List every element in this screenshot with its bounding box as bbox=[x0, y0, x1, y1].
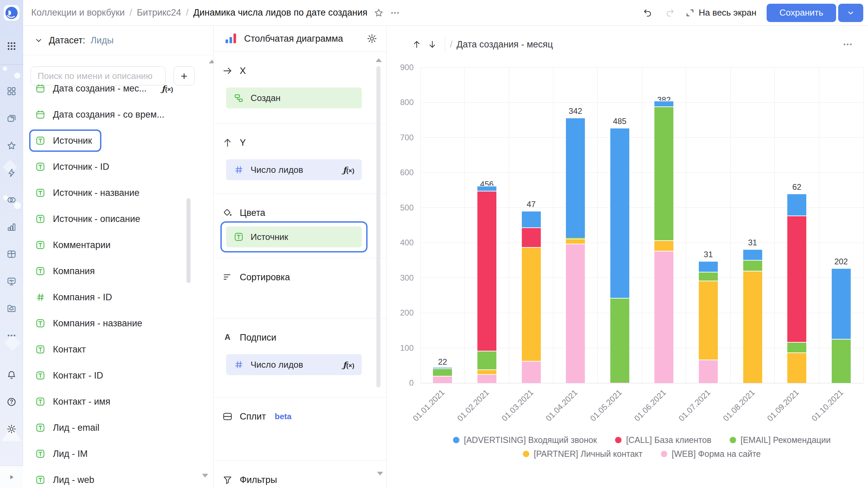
chart-settings-gear-icon[interactable] bbox=[367, 33, 377, 44]
pill-число-лидов[interactable]: Число лидовƒ(×) bbox=[226, 159, 362, 180]
linked-circles-icon[interactable] bbox=[3, 192, 20, 208]
monitor-pulse-icon[interactable] bbox=[3, 273, 20, 289]
bar-segment[interactable] bbox=[433, 376, 452, 383]
dataset-field-row[interactable]: Контакт bbox=[23, 337, 206, 362]
bar-segment[interactable] bbox=[477, 369, 496, 374]
dataset-field-row[interactable]: Компания - название bbox=[23, 310, 206, 336]
bar-segment[interactable] bbox=[787, 352, 806, 383]
bar-chart-icon[interactable] bbox=[3, 219, 20, 235]
bar-segment[interactable] bbox=[477, 191, 496, 351]
scroll-down-indicator[interactable] bbox=[377, 472, 383, 475]
dataset-field-row[interactable]: Лид - email bbox=[23, 415, 206, 441]
undo-button[interactable] bbox=[640, 6, 655, 20]
dataset-field-row[interactable]: Лид - web bbox=[23, 467, 206, 488]
bar-segment[interactable] bbox=[699, 360, 718, 383]
bar-segment[interactable] bbox=[699, 272, 718, 281]
bar-segment[interactable] bbox=[743, 271, 762, 383]
pill-создан[interactable]: Создан bbox=[226, 87, 362, 108]
dataset-field-row[interactable]: Лид - IM bbox=[23, 441, 206, 467]
legend-item[interactable]: [EMAIL] Рекомендации bbox=[730, 435, 831, 445]
fullscreen-button[interactable]: На весь экран bbox=[685, 7, 756, 18]
bar-segment[interactable] bbox=[787, 342, 806, 352]
pill-число-лидов[interactable]: Число лидовƒ(×) bbox=[226, 354, 362, 375]
bar-segment[interactable] bbox=[433, 368, 452, 376]
bar-segment[interactable] bbox=[610, 298, 629, 383]
bar-segment[interactable] bbox=[743, 249, 762, 260]
ellipsis-icon[interactable] bbox=[390, 8, 400, 18]
bar-segment[interactable] bbox=[654, 240, 673, 251]
table-icon[interactable] bbox=[3, 246, 20, 262]
paint-bucket-icon bbox=[222, 207, 233, 218]
dataset-field-row[interactable]: Источник - название bbox=[23, 180, 206, 206]
collapse-panel-button[interactable] bbox=[0, 466, 23, 488]
bar-segment[interactable] bbox=[566, 244, 585, 383]
bar-segment[interactable] bbox=[787, 216, 806, 342]
dataset-field-row[interactable]: Дата создания - со врем... bbox=[23, 102, 206, 127]
bar-segment[interactable] bbox=[699, 281, 718, 360]
ellipsis-icon[interactable] bbox=[3, 327, 20, 344]
legend-item[interactable]: [CALL] База клиентов bbox=[615, 435, 711, 445]
layout-squares-icon[interactable] bbox=[3, 83, 20, 99]
bell-icon[interactable] bbox=[3, 367, 20, 383]
chart-type-label[interactable]: Столбчатая диаграмма bbox=[244, 34, 360, 44]
lightning-icon[interactable] bbox=[3, 165, 20, 181]
bar-segment[interactable] bbox=[832, 339, 851, 383]
sort-ascending-icon[interactable] bbox=[409, 37, 425, 52]
dataset-field-row[interactable]: Контакт - имя bbox=[23, 389, 206, 414]
apps-grid-icon[interactable] bbox=[3, 38, 20, 54]
bar-segment[interactable] bbox=[522, 361, 541, 383]
bar-segment[interactable] bbox=[832, 268, 851, 339]
save-dropdown-button[interactable] bbox=[838, 4, 863, 22]
column-chart-type-icon[interactable] bbox=[224, 32, 237, 45]
cloud-folder-icon[interactable] bbox=[3, 300, 20, 317]
dataset-field-row[interactable]: Источник - ID bbox=[23, 154, 206, 180]
config-scrollbar-thumb[interactable] bbox=[376, 66, 380, 387]
dataset-field-row[interactable]: Источник bbox=[23, 128, 206, 154]
dataset-header[interactable]: Датасет: Лиды bbox=[23, 26, 213, 55]
star-icon[interactable] bbox=[374, 8, 384, 18]
x-axis-field-breadcrumb[interactable]: / Дата создания - месяц bbox=[450, 39, 553, 50]
dataset-field-row[interactable]: Контакт - ID bbox=[23, 363, 206, 388]
breadcrumb-workbook[interactable]: Битрикс24 bbox=[137, 7, 181, 18]
sort-descending-icon[interactable] bbox=[425, 37, 440, 52]
gear-icon[interactable] bbox=[3, 421, 20, 437]
dataset-field-row[interactable]: Источник - описание bbox=[23, 206, 206, 232]
dataset-field-row[interactable]: Дата создания - мес...ƒ(×) bbox=[23, 76, 206, 101]
bar-segment[interactable] bbox=[654, 251, 673, 383]
dataset-field-row[interactable]: Компания bbox=[23, 258, 206, 284]
star-icon[interactable] bbox=[3, 138, 20, 154]
bar-segment[interactable] bbox=[522, 247, 541, 361]
save-button[interactable]: Сохранить bbox=[767, 4, 836, 22]
fields-scrollbar-thumb[interactable] bbox=[186, 198, 191, 283]
chart-menu-ellipsis-icon[interactable] bbox=[842, 39, 853, 50]
bar-segment[interactable] bbox=[566, 238, 585, 239]
datalens-logo[interactable] bbox=[3, 5, 20, 21]
bar-segment[interactable] bbox=[654, 101, 673, 106]
dataset-field-row[interactable]: Комментарии bbox=[23, 232, 206, 258]
bar-segment[interactable] bbox=[654, 106, 673, 240]
bar-segment[interactable] bbox=[610, 128, 629, 298]
legend-item[interactable]: [PARTNER] Личный контакт bbox=[523, 449, 643, 459]
bar-segment[interactable] bbox=[477, 351, 496, 369]
bar-segment[interactable] bbox=[566, 239, 585, 244]
bar-segment[interactable] bbox=[787, 194, 806, 215]
bar-segment[interactable] bbox=[433, 368, 452, 368]
redo-button[interactable] bbox=[663, 6, 677, 20]
dataset-field-row[interactable]: Компания - ID bbox=[23, 284, 206, 310]
bar-segment[interactable] bbox=[743, 260, 762, 271]
scroll-up-indicator[interactable] bbox=[376, 58, 382, 62]
scroll-down-indicator[interactable] bbox=[202, 474, 208, 477]
legend-item[interactable]: [ADVERTISING] Входящий звонок bbox=[453, 435, 597, 445]
bar-segment[interactable] bbox=[477, 186, 496, 191]
question-icon[interactable]: ? bbox=[3, 394, 20, 410]
breadcrumb-collections[interactable]: Коллекции и воркбуки bbox=[31, 7, 125, 18]
bar-segment[interactable] bbox=[566, 118, 585, 238]
bar-segment[interactable] bbox=[522, 227, 541, 247]
bar-segment[interactable] bbox=[522, 211, 541, 227]
bar-segment[interactable] bbox=[699, 261, 718, 272]
collections-icon[interactable] bbox=[3, 110, 20, 127]
dataset-name-link[interactable]: Лиды bbox=[91, 35, 114, 46]
pill-источник[interactable]: Источник bbox=[226, 226, 362, 247]
legend-item[interactable]: [WEB] Форма на сайте bbox=[661, 449, 761, 459]
bar-segment[interactable] bbox=[477, 374, 496, 383]
